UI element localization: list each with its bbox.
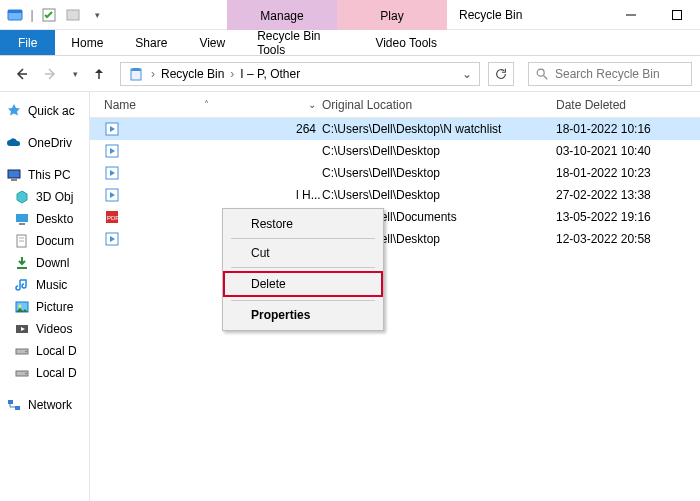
sidebar-item-label: Quick ac	[28, 104, 75, 118]
context-menu-properties[interactable]: Properties	[225, 304, 381, 326]
file-date-deleted: 03-10-2021 10:40	[556, 144, 700, 158]
qat-new-folder-icon[interactable]	[62, 4, 84, 26]
folder-icon	[14, 299, 30, 315]
table-row[interactable]: PDForm...C:\Users\Dell\Documents13-05-20…	[90, 206, 700, 228]
file-list-pane: Name ˄ ⌄ Original Location Date Deleted …	[90, 92, 700, 501]
svg-point-24	[25, 351, 27, 353]
file-icon	[104, 121, 120, 137]
table-row[interactable]: 264C:\Users\Dell\Desktop\N watchlist18-0…	[90, 118, 700, 140]
sidebar-item-label: Music	[36, 278, 67, 292]
file-rows: 264C:\Users\Dell\Desktop\N watchlist18-0…	[90, 118, 700, 250]
contextual-tab-manage: Manage	[227, 0, 337, 30]
breadcrumb-current[interactable]: I – P, Other	[234, 63, 306, 85]
sort-ascending-icon: ˄	[204, 99, 209, 110]
sidebar-item-label: This PC	[28, 168, 71, 182]
window-title: Recycle Bin	[459, 0, 522, 29]
svg-rect-27	[8, 400, 13, 404]
sidebar-item[interactable]: Docum	[6, 230, 89, 252]
ribbon-tabs: File Home Share View Recycle Bin Tools V…	[0, 30, 700, 56]
sidebar-item-quick-access[interactable]: Quick ac	[6, 100, 89, 122]
file-icon: PDF	[104, 209, 120, 225]
title-bar: | ▾ Manage Play Recycle Bin	[0, 0, 700, 30]
address-bar[interactable]: Recycle Bin I – P, Other ⌄	[120, 62, 480, 86]
table-row[interactable]: C:\Users\Dell\Desktop18-01-2022 10:23	[90, 162, 700, 184]
menu-separator	[231, 300, 375, 301]
back-button[interactable]	[8, 61, 34, 87]
file-name: 264	[296, 122, 316, 136]
folder-icon	[14, 233, 30, 249]
navigation-bar: ▾ Recycle Bin I – P, Other ⌄ Search Recy…	[0, 56, 700, 92]
svg-point-10	[537, 69, 544, 76]
sidebar-item-label: Network	[28, 398, 72, 412]
svg-rect-1	[8, 10, 22, 13]
tab-file[interactable]: File	[0, 30, 55, 55]
svg-point-26	[25, 373, 27, 375]
tab-video-tools[interactable]: Video Tools	[351, 30, 461, 55]
file-name: l H...	[296, 188, 321, 202]
file-icon	[104, 143, 120, 159]
sidebar-item-label: Docum	[36, 234, 74, 248]
table-row[interactable]: C:\Users\Dell\Desktop03-10-2021 10:40	[90, 140, 700, 162]
forward-button[interactable]	[38, 61, 64, 87]
column-headers: Name ˄ ⌄ Original Location Date Deleted	[90, 92, 700, 118]
app-icon	[4, 4, 26, 26]
file-date-deleted: 18-01-2022 10:16	[556, 122, 700, 136]
sidebar-item[interactable]: Music	[6, 274, 89, 296]
search-box[interactable]: Search Recycle Bin	[528, 62, 692, 86]
context-menu-delete[interactable]: Delete	[223, 271, 383, 297]
up-button[interactable]	[86, 61, 112, 87]
file-original-location: C:\Users\Dell\Desktop	[322, 188, 556, 202]
table-row[interactable]: l H...C:\Users\Dell\Desktop27-02-2022 13…	[90, 184, 700, 206]
sidebar-item-onedrive[interactable]: OneDriv	[6, 132, 89, 154]
qat-dropdown-icon[interactable]: ▾	[86, 4, 108, 26]
sidebar-item-label: Picture	[36, 300, 73, 314]
tab-home[interactable]: Home	[55, 30, 119, 55]
sidebar-item-label: 3D Obj	[36, 190, 73, 204]
sidebar-item-this-pc[interactable]: This PC	[6, 164, 89, 186]
menu-separator	[231, 238, 375, 239]
file-original-location: C:\Users\Dell\Desktop\N watchlist	[322, 122, 556, 136]
folder-icon	[14, 277, 30, 293]
minimize-button[interactable]	[608, 0, 654, 29]
sidebar-item[interactable]: Local D	[6, 362, 89, 384]
breadcrumb-recycle-bin[interactable]: Recycle Bin	[155, 63, 230, 85]
file-date-deleted: 13-05-2022 19:16	[556, 210, 700, 224]
recent-dropdown-button[interactable]: ▾	[68, 61, 82, 87]
star-icon	[6, 103, 22, 119]
tab-share[interactable]: Share	[119, 30, 183, 55]
contextual-tab-play: Play	[337, 0, 447, 30]
breadcrumb-root[interactable]	[123, 63, 151, 85]
sidebar-item[interactable]: Deskto	[6, 208, 89, 230]
file-date-deleted: 18-01-2022 10:23	[556, 166, 700, 180]
column-header-date-deleted[interactable]: Date Deleted	[556, 98, 700, 112]
folder-icon	[14, 255, 30, 271]
network-icon	[6, 397, 22, 413]
quick-access-toolbar: | ▾	[0, 0, 112, 29]
svg-rect-13	[11, 179, 17, 181]
tab-recycle-bin-tools[interactable]: Recycle Bin Tools	[241, 30, 351, 55]
column-header-original-location[interactable]: Original Location	[322, 98, 556, 112]
svg-point-21	[19, 305, 22, 308]
address-dropdown-icon[interactable]: ⌄	[457, 67, 477, 81]
sidebar-item[interactable]: Local D	[6, 340, 89, 362]
sidebar-item-label: Downl	[36, 256, 69, 270]
table-row[interactable]: C:\Users\Dell\Desktop12-03-2022 20:58	[90, 228, 700, 250]
sidebar-item[interactable]: Downl	[6, 252, 89, 274]
search-icon	[535, 67, 549, 81]
qat-properties-icon[interactable]	[38, 4, 60, 26]
folder-icon	[14, 189, 30, 205]
sidebar-item[interactable]: 3D Obj	[6, 186, 89, 208]
maximize-button[interactable]	[654, 0, 700, 29]
tab-view[interactable]: View	[183, 30, 241, 55]
column-filter-icon[interactable]: ⌄	[308, 99, 316, 110]
sidebar-item-label: Deskto	[36, 212, 73, 226]
context-menu-cut[interactable]: Cut	[225, 242, 381, 264]
column-header-label: Name	[104, 98, 136, 112]
refresh-button[interactable]	[488, 62, 514, 86]
sidebar-item-network[interactable]: Network	[6, 394, 89, 416]
context-menu-restore[interactable]: Restore	[225, 213, 381, 235]
svg-text:PDF: PDF	[107, 215, 119, 221]
column-header-name[interactable]: Name ˄ ⌄	[104, 98, 322, 112]
sidebar-item[interactable]: Picture	[6, 296, 89, 318]
sidebar-item[interactable]: Videos	[6, 318, 89, 340]
